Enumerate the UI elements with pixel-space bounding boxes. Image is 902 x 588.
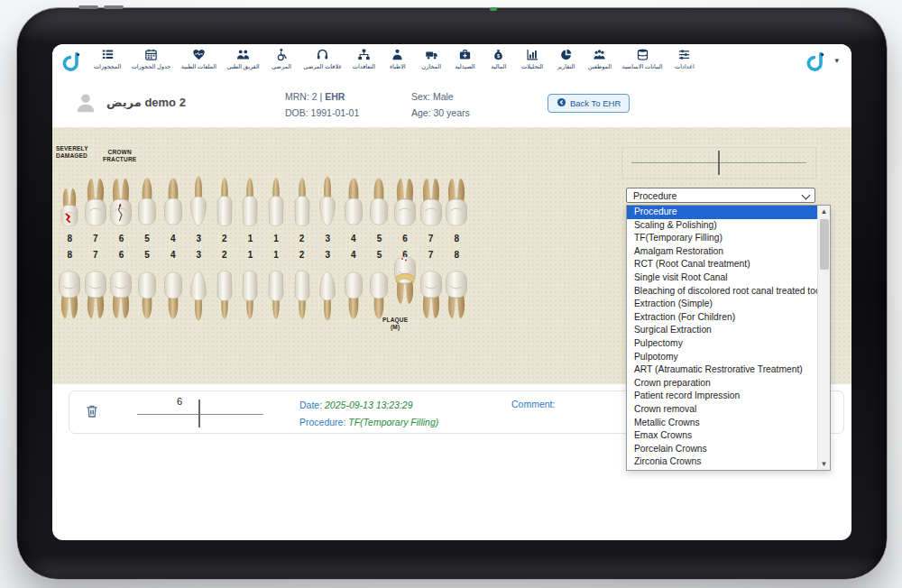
procedure-select-value: Procedure (633, 190, 676, 201)
tooth-lower-8-right[interactable] (444, 265, 470, 323)
back-to-ehr-button[interactable]: Back To EHR (548, 94, 630, 113)
tooth-lower-2-left[interactable] (212, 265, 238, 323)
procedure-option[interactable]: ART (Atraumatic Restrorative Treatment) (627, 363, 818, 377)
nav-item-patients-wheelchair[interactable]: المرضى (270, 48, 293, 70)
tooth-upper-3-left[interactable] (186, 174, 212, 232)
nav-item-label: الملفات الطبية (181, 63, 216, 70)
tooth-upper-7-left[interactable] (83, 174, 109, 232)
procedure-option[interactable]: Scaling & Polishing) (627, 219, 818, 233)
nav-item-master-data-database[interactable]: البيانات الاساسية (621, 48, 662, 70)
delete-record-trash-icon[interactable] (84, 402, 100, 424)
nav-item-reports-pie[interactable]: التقارير (554, 48, 577, 70)
tooth-lower-4-left[interactable] (160, 265, 186, 323)
tooth-upper-3-right[interactable] (315, 174, 341, 232)
nav-item-patient-relations-headset[interactable]: علاقات المرضى (303, 48, 342, 70)
tooth-lower-6-right[interactable] (392, 251, 419, 308)
tooth-number: 7 (418, 234, 444, 248)
procedure-option[interactable]: Patient record Impression (627, 390, 818, 403)
nav-menu: المحجوزاتجدول الحجوزاتالملفات الطبيةالفر… (94, 48, 696, 70)
procedure-option[interactable]: TF(Temporary Filling) (627, 232, 818, 245)
tooth-lower-7-left[interactable] (83, 265, 109, 323)
nav-item-finance-moneybag[interactable]: $المالية (487, 48, 511, 70)
nav-item-bookings-list[interactable]: المحجوزات (94, 48, 121, 70)
procedure-option[interactable]: Crown preparation (627, 377, 818, 390)
patient-avatar (74, 91, 97, 115)
procedure-option[interactable]: Pulpectomy (627, 337, 818, 351)
tooth-lower-7-right[interactable] (418, 265, 444, 323)
tooth-lower-1-left[interactable] (237, 265, 263, 323)
procedure-option[interactable]: Porcelain Crowns (627, 443, 818, 456)
procedure-option[interactable]: Extraction (For Children) (627, 311, 818, 325)
nav-item-calendar[interactable]: جدول الحجوزات (132, 48, 171, 70)
procedure-option[interactable]: Surgical Extraction (627, 324, 818, 337)
master-data-database-icon (636, 48, 649, 61)
slider-handle[interactable] (718, 151, 720, 175)
nav-item-label: الموظفين (588, 63, 612, 70)
procedure-option[interactable]: Zirconia Crowns (627, 455, 818, 469)
dropdown-scrollbar[interactable]: ▲ ▼ (817, 206, 830, 470)
procedure-option[interactable]: Amalgam Restoration (627, 245, 818, 259)
tooth-lower-4-right[interactable] (341, 265, 367, 323)
procedure-option[interactable]: Pulpotomy (627, 351, 818, 364)
nav-item-label: اعدادات (675, 63, 695, 70)
tooth-upper-8-right[interactable] (444, 174, 470, 232)
tooth-lower-8-left[interactable] (57, 265, 83, 323)
record-date-label: Date: (299, 400, 322, 410)
tooth-number: 8 (444, 234, 470, 248)
nav-item-label: المالية (491, 63, 506, 70)
tooth-upper-4-left[interactable] (160, 174, 186, 232)
nav-item-doctors[interactable]: الاطباء (386, 48, 410, 70)
nav-item-medical-team[interactable]: الفريق الطبي (226, 48, 259, 70)
tooth-upper-2-right[interactable] (289, 174, 315, 232)
procedure-option[interactable]: Extraction (Simple) (627, 298, 818, 311)
tooth-upper-5-right[interactable] (366, 174, 392, 232)
tooth-lower-5-left[interactable] (134, 265, 161, 323)
app-screen: المحجوزاتجدول الحجوزاتالملفات الطبيةالفر… (52, 44, 851, 540)
warehouses-truck-icon (425, 48, 438, 61)
nav-item-employees[interactable]: الموظفين (588, 48, 612, 70)
tooth-upper-4-right[interactable] (341, 174, 367, 232)
tooth-lower-6-left[interactable] (108, 265, 134, 323)
nav-item-warehouses-truck[interactable]: المخازن (419, 48, 443, 70)
tooth-lower-5-right[interactable] (366, 265, 392, 323)
procedure-option[interactable]: Crown removal (627, 403, 818, 417)
scroll-down-arrow-icon[interactable]: ▼ (818, 458, 830, 470)
procedure-option[interactable]: RCT (Root Canal treatment) (627, 258, 818, 271)
tooth-lower-1-right[interactable] (263, 265, 290, 323)
scroll-up-arrow-icon[interactable]: ▲ (818, 206, 830, 217)
tooth-upper-1-right[interactable] (263, 174, 290, 232)
procedure-option[interactable]: Bleaching of discolored root canal treat… (627, 285, 818, 299)
procedure-option[interactable]: Metallic Crowns (627, 417, 818, 430)
account-menu-logo-icon[interactable]: ▾ (805, 51, 828, 74)
record-date-value: 2025-09-13 13:23:29 (325, 400, 413, 410)
tooth-lower-2-right[interactable] (289, 265, 315, 323)
procedure-option[interactable]: Procedure (627, 206, 818, 219)
record-comment-label: Comment: (511, 399, 555, 409)
tooth-number: 6 (392, 234, 419, 248)
condition-label-crown-fracture: CROWNFRACTURE (103, 149, 136, 162)
nav-item-contracts-sitemap[interactable]: التعاقدات (353, 48, 376, 70)
svg-text:$: $ (497, 53, 500, 59)
tooth-upper-6-left[interactable] (108, 174, 134, 232)
tooth-upper-8-left[interactable] (57, 174, 83, 232)
record-slider-handle[interactable] (198, 400, 200, 427)
tooth-lower-3-left[interactable] (186, 265, 212, 323)
procedure-option[interactable]: Single visit Root Canal (627, 271, 818, 285)
nav-item-analytics-chart[interactable]: التحليلات (520, 48, 544, 70)
tooth-upper-5-left[interactable] (134, 174, 161, 232)
nav-item-medical-files-heart[interactable]: الملفات الطبية (181, 48, 216, 70)
doctors-icon (391, 48, 404, 61)
nav-item-settings-sliders[interactable]: اعدادات (673, 48, 696, 70)
tooth-upper-7-right[interactable] (418, 174, 444, 232)
tooth-upper-1-left[interactable] (237, 174, 263, 232)
record-tooth-number: 6 (177, 396, 182, 407)
scrollbar-thumb[interactable] (820, 219, 829, 270)
employees-icon (593, 48, 606, 61)
tooth-upper-6-right[interactable] (392, 174, 419, 232)
brand-logo-icon[interactable] (60, 51, 84, 74)
procedure-select[interactable]: Procedure (626, 188, 815, 203)
nav-item-pharmacy-kit[interactable]: الصيدلية (453, 48, 476, 70)
tooth-upper-2-left[interactable] (212, 174, 238, 232)
procedure-option[interactable]: Emax Crowns (627, 429, 818, 443)
tooth-lower-3-right[interactable] (315, 265, 341, 323)
